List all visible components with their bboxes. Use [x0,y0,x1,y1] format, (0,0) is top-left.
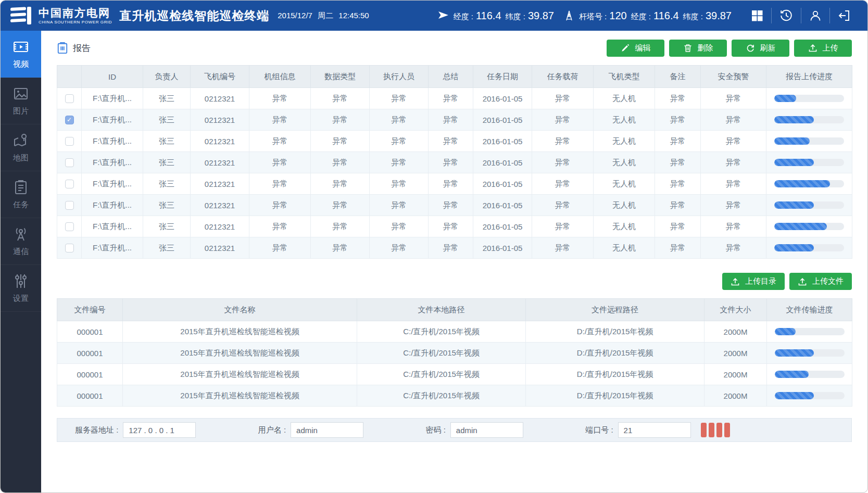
edit-button[interactable]: 编辑 [607,40,664,57]
lat-value: 39.87 [528,10,554,22]
column-header: 安全预警 [701,66,766,88]
table-cell: 张三 [143,152,191,173]
sidebar-item-images[interactable]: 图片 [1,78,41,124]
upload-button[interactable]: 上传 [794,40,852,57]
user-button[interactable] [801,8,829,23]
sidebar-item-tasks[interactable]: 任务 [1,171,41,218]
upload-icon [731,277,740,286]
table-cell: 异常 [701,216,766,237]
table-cell: 000001 [57,343,123,364]
upload-file-button[interactable]: 上传文件 [789,273,852,290]
table-cell: 0212321 [191,88,249,109]
section-title-report: 报告 [57,42,91,54]
table-cell: 异常 [655,109,701,131]
port-input[interactable] [618,422,691,438]
table-cell: 无人机 [594,216,655,237]
table-cell: 无人机 [594,173,655,195]
sidebar-item-label: 设置 [13,294,29,304]
table-row: F:\直升机...张三0212321异常异常异常异常2016-01-05异常无人… [57,173,852,195]
table-cell: 异常 [249,237,311,259]
progress-bar [775,371,845,378]
column-header: 任务日期 [473,66,532,88]
refresh-button[interactable]: 刷新 [732,40,789,57]
edit-button-label: 编辑 [635,43,651,53]
row-checkbox[interactable] [65,201,74,210]
table-cell: F:\直升机... [82,195,143,216]
table-cell: 异常 [370,173,429,195]
row-checkbox[interactable]: ✓ [65,116,74,124]
table-cell: 0212321 [191,195,249,216]
table-cell: 异常 [532,152,594,173]
column-header: 备注 [655,66,701,88]
table-cell: 2015年直升机巡检线智能巡检视频 [123,343,357,364]
table-cell: 异常 [532,109,594,131]
exit-button[interactable] [829,8,858,23]
table-cell: 异常 [311,237,370,259]
sidebar-item-settings[interactable]: 设置 [1,265,41,312]
table-cell: 异常 [311,195,370,216]
table-cell: 2016-01-05 [473,173,532,195]
sidebar-item-video[interactable]: 视频 [1,31,41,78]
column-header: 文件大小 [705,299,767,321]
sidebar-nav: 视频 图片 地图 [1,31,41,492]
table-cell: 异常 [655,173,701,195]
table-row: ✓F:\直升机...张三0212321异常异常异常异常2016-01-05异常无… [57,109,852,131]
table-cell: 异常 [429,237,473,259]
table-cell: D:/直升机/2015年视频 [526,343,705,364]
progress-fill [774,116,814,123]
progress-bar [774,159,844,166]
column-header: 机组信息 [249,66,311,88]
delete-button[interactable]: 删除 [669,40,727,57]
progress-cell [767,364,852,385]
file-table-header: 文件编号文件名称文件本地路径文件远程路径文件大小文件传输进度 [57,299,852,321]
task-clipboard-icon [12,179,30,196]
checkbox-cell [57,173,82,195]
table-cell: 2000M [705,364,767,385]
password-label: 密码 : [426,425,446,435]
table-cell: 异常 [701,109,766,131]
table-cell: 0212321 [191,152,249,173]
sidebar-item-map[interactable]: 地图 [1,124,41,171]
column-header: 文件本地路径 [357,299,526,321]
signal-bar [701,423,707,437]
table-row: F:\直升机...张三0212321异常异常异常异常2016-01-05异常无人… [57,88,852,109]
image-icon [12,85,30,102]
progress-fill [774,223,827,230]
table-cell: 异常 [249,152,311,173]
table-cell: 2015年直升机巡检线智能巡检视频 [123,364,357,385]
column-header: 飞机编号 [191,66,249,88]
server-address-input[interactable] [123,422,196,438]
table-row: 0000012015年直升机巡检线智能巡检视频C:/直升机/2015年视频D:/… [57,385,852,407]
table-cell: 0212321 [191,173,249,195]
row-checkbox[interactable] [65,180,74,188]
progress-bar [774,180,844,187]
table-cell: 2000M [705,343,767,364]
table-row: F:\直升机...张三0212321异常异常异常异常2016-01-05异常无人… [57,152,852,173]
row-checkbox[interactable] [65,94,74,103]
table-cell: 异常 [311,216,370,237]
antenna-icon [12,226,30,243]
username-input[interactable] [291,422,363,438]
row-checkbox[interactable] [65,137,74,146]
upload-directory-button[interactable]: 上传目录 [722,273,785,290]
history-button[interactable] [771,8,801,23]
row-checkbox[interactable] [65,158,74,167]
row-checkbox[interactable] [65,244,74,252]
column-header: 文件远程路径 [526,299,705,321]
password-input[interactable] [450,422,523,438]
table-cell: 异常 [311,173,370,195]
column-header: 报告上传进度 [766,66,852,88]
progress-fill [775,371,809,378]
sidebar-item-communication[interactable]: 通信 [1,218,41,265]
windows-menu-button[interactable] [743,8,771,23]
table-cell: 异常 [249,173,311,195]
video-icon [12,39,30,55]
tower-gps-status: 杆塔号 :120 经度 :116.4 纬度 :39.87 [563,9,732,22]
table-cell: 2016-01-05 [473,131,532,152]
table-cell: 异常 [532,173,594,195]
brand-logo: 中国南方电网 CHINA SOUTHERN POWER GRID [10,6,112,26]
row-checkbox[interactable] [65,222,74,231]
table-cell: 异常 [429,109,473,131]
progress-bar [774,116,844,123]
table-cell: 异常 [655,88,701,109]
